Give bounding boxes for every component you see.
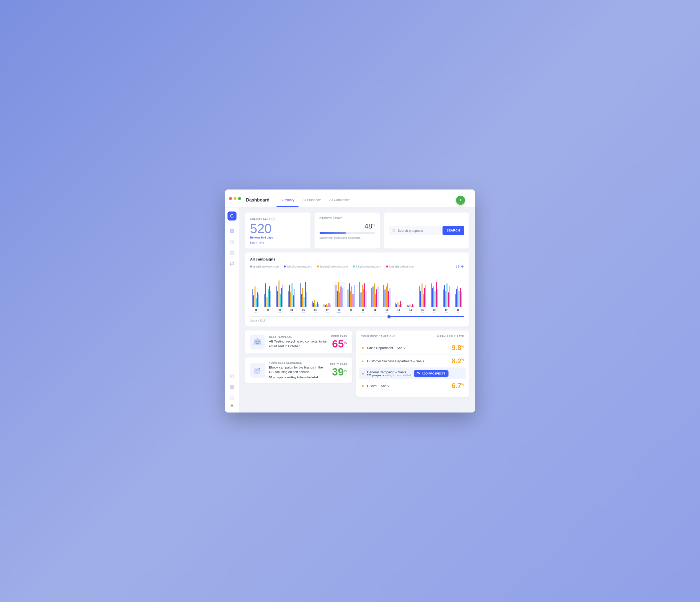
chart-bar [254, 286, 255, 307]
tab-all-companies[interactable]: All Companies [325, 194, 354, 207]
chart-bar [457, 286, 458, 307]
best-campaigns-card: YOUR BEST CAMPAIGNS WARM REPLY RATE ★ Sa… [356, 330, 469, 397]
chart-day-group-02[interactable] [262, 283, 274, 307]
sidebar-icon-settings[interactable] [227, 382, 236, 392]
sidebar-icon-document[interactable] [227, 372, 236, 380]
chart-bar [349, 283, 350, 307]
chart-bar [330, 304, 331, 307]
legend-dot-lauren [317, 266, 319, 268]
chart-timeline[interactable] [250, 316, 464, 317]
chart-bar [388, 291, 389, 307]
chart-bar [280, 294, 281, 307]
chart-bar [360, 292, 361, 307]
campaigns-chart: 01MO02TU03WE04TH05FR06SA07SU08MO09TU10WE… [250, 272, 464, 322]
close-button[interactable] [229, 197, 232, 200]
chart-bar [458, 291, 459, 307]
sidebar: G [225, 207, 239, 412]
credits-spent-label: CREDITS SPENT [320, 217, 375, 220]
chart-bar [396, 304, 397, 307]
tab-all-prospects[interactable]: All Prospects [299, 194, 325, 207]
chart-bar [362, 285, 363, 307]
legend-item-lauren: lauren@growbots.com [317, 265, 348, 268]
chart-bar [456, 289, 457, 307]
star-icon-4: ★ [361, 384, 365, 388]
chart-bar [278, 280, 279, 307]
legend-pagination[interactable]: 1-5 [455, 265, 464, 268]
chart-timeline-dot [388, 315, 391, 318]
campaign-rate-2: 8.2% [451, 357, 464, 365]
chart-day-group-08[interactable] [333, 282, 345, 307]
legend-dot-john [284, 266, 286, 268]
add-prospects-button[interactable]: ADD PROSPECTS [414, 370, 449, 377]
chart-bar [411, 306, 412, 307]
chart-bar [447, 283, 448, 307]
chart-bar [401, 304, 402, 307]
chart-day-group-09[interactable] [345, 283, 357, 307]
svg-point-14 [393, 229, 395, 231]
page-title: Dashboard [246, 193, 270, 207]
chart-bar [436, 282, 437, 307]
chart-day-group-18[interactable] [452, 286, 464, 307]
chart-bar [324, 304, 325, 307]
chart-bar [270, 291, 271, 307]
chart-bar [294, 289, 295, 307]
chart-day-group-03[interactable] [274, 280, 285, 307]
maximize-button[interactable] [238, 197, 241, 200]
chart-day-group-17[interactable] [441, 283, 452, 307]
chart-day-group-16[interactable] [429, 282, 440, 307]
help-icon[interactable]: ? [271, 217, 275, 221]
main-content: CREDITS LEFT ? 520 Renews in 4 days Lear… [239, 207, 475, 412]
search-input[interactable] [398, 229, 438, 232]
chart-day-group-04[interactable] [286, 283, 297, 307]
chart-bar [354, 285, 355, 307]
chart-day-group-14[interactable] [405, 304, 417, 307]
chart-bar [327, 305, 328, 307]
sidebar-icon-email[interactable] [227, 249, 236, 257]
chart-day-group-01[interactable] [250, 286, 261, 307]
chart-bar [386, 286, 387, 307]
chart-bar [384, 289, 385, 307]
minimize-button[interactable] [233, 197, 236, 200]
fab-button[interactable]: + [456, 196, 465, 205]
best-sequence-subtitle: YOUR BEST SEQUENCE [269, 361, 326, 364]
chart-bar [448, 292, 449, 307]
chart-bar [412, 304, 413, 307]
sidebar-logo[interactable]: G [227, 211, 236, 221]
chart-bar [314, 300, 315, 307]
chart-bar [303, 297, 304, 307]
chart-bar [408, 305, 409, 307]
sidebar-icon-chart[interactable] [227, 237, 236, 247]
chart-bar [443, 289, 444, 307]
chart-day-group-10[interactable] [357, 282, 369, 307]
chart-day-group-13[interactable] [393, 301, 404, 307]
sidebar-icon-info[interactable] [227, 394, 236, 402]
svg-point-28 [418, 372, 419, 374]
search-button[interactable]: SEARCH [443, 226, 464, 235]
chart-x-label-06: 06SA [309, 309, 322, 314]
search-input-wrap [389, 226, 441, 235]
legend-item-luke: luke@growbots.com [353, 265, 381, 268]
chart-day-group-11[interactable] [369, 283, 381, 307]
chart-day-group-12[interactable] [381, 283, 393, 307]
campaign-row-4: ★ C-level – SaaS 6.7% [361, 379, 464, 392]
chart-bar [302, 288, 303, 307]
tab-summary[interactable]: Summary [276, 194, 299, 207]
chart-x-label-17: 17TH [440, 309, 452, 314]
chart-bar [383, 285, 384, 307]
svg-point-10 [231, 386, 232, 388]
chart-day-group-06[interactable] [309, 300, 321, 307]
chart-day-group-07[interactable] [322, 303, 333, 307]
chart-bar [338, 282, 339, 307]
best-template-content: BEST TEMPLATE AB Testing, recycling old … [269, 335, 327, 348]
chart-day-group-15[interactable] [417, 283, 428, 307]
best-campaigns-label: YOUR BEST CAMPAIGNS [361, 335, 396, 338]
chart-bar [282, 285, 283, 307]
sidebar-icon-flag[interactable] [227, 259, 236, 269]
learn-more-link[interactable]: Learn more [250, 241, 305, 244]
chart-bar [289, 285, 290, 307]
credits-number: 520 [250, 222, 305, 235]
sidebar-icon-target[interactable] [227, 226, 236, 235]
chart-day-group-05[interactable] [298, 282, 309, 307]
chart-x-label-18: 18FR [452, 309, 464, 314]
chart-bar [407, 305, 408, 307]
